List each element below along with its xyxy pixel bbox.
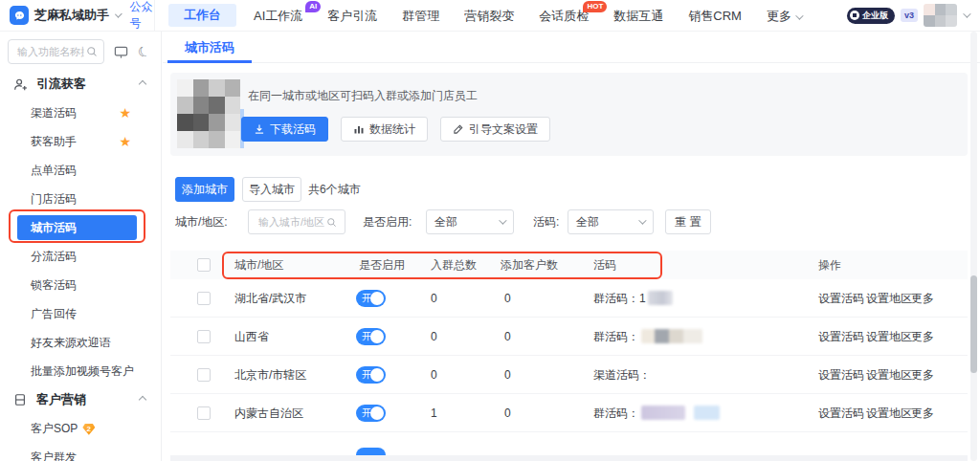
cell-join-total: 1: [431, 394, 437, 432]
set-region-link[interactable]: 设置地区: [866, 356, 912, 394]
table-row: 湖北省/武汉市 开 0 0 群活码：1 设置活码 设置地区 更多: [170, 279, 968, 318]
toggle-knob: [370, 330, 384, 343]
select-all-checkbox[interactable]: [197, 258, 211, 272]
sidebar-item-friend-source-welcome[interactable]: 好友来源欢迎语: [0, 328, 161, 357]
sidebar-search-input[interactable]: [8, 39, 104, 64]
page-tab-city-qrcode[interactable]: 城市活码: [167, 32, 252, 63]
cell-city: 北京市/市辖区: [234, 356, 306, 394]
download-icon: [254, 123, 265, 135]
import-city-button[interactable]: 导入城市: [242, 177, 301, 202]
set-code-link[interactable]: 设置活码: [818, 356, 864, 394]
set-code-link[interactable]: 设置活码: [818, 279, 864, 318]
tab-customer-acquisition[interactable]: 客户引流: [315, 0, 390, 32]
tab-sales-crm[interactable]: 销售CRM: [676, 0, 754, 32]
sidebar-item-customer-sop[interactable]: 客户SOP2: [0, 414, 161, 443]
more-link[interactable]: 更多: [911, 318, 934, 356]
city-filter-input[interactable]: [248, 209, 345, 234]
sidebar-item-ad-callback[interactable]: 广告回传: [0, 299, 161, 328]
sidebar-item-batch-add-video-customers[interactable]: 批量添加视频号客户: [0, 357, 161, 385]
cell-customer-added: 0: [504, 279, 511, 318]
data-statistics-button[interactable]: 数据统计: [341, 117, 428, 142]
download-qrcode-button[interactable]: 下载活码: [241, 117, 328, 142]
cell-code: 群活码：: [593, 394, 720, 432]
toggle-knob: [370, 368, 384, 382]
enable-toggle[interactable]: 开: [356, 290, 386, 307]
app-logo-icon: [10, 6, 29, 25]
set-code-link[interactable]: 设置活码: [818, 394, 864, 432]
search-input[interactable]: [15, 45, 86, 58]
enabled-filter-select[interactable]: 全部: [426, 209, 514, 234]
redacted-code-value: [648, 291, 673, 305]
brand-chevron-down-icon[interactable]: [115, 11, 122, 17]
collapse-chevron-up-icon[interactable]: [139, 396, 146, 404]
search-icon: [86, 46, 98, 57]
more-link[interactable]: 更多: [911, 394, 934, 432]
row-checkbox[interactable]: [197, 292, 211, 305]
code-filter-select[interactable]: 全部: [568, 209, 654, 234]
edition-icon: [850, 11, 859, 20]
sidebar-item-acquisition-assistant[interactable]: 获客助手★: [0, 127, 161, 156]
sidebar-item-store-qrcode[interactable]: 门店活码: [0, 185, 161, 213]
more-link[interactable]: 更多: [911, 356, 934, 394]
set-region-link[interactable]: 设置地区: [866, 318, 912, 356]
col-city: 城市/地区: [234, 251, 283, 279]
tab-group-management[interactable]: 群管理: [390, 0, 452, 32]
tab-session-quality[interactable]: 会话质检HOT: [526, 0, 601, 32]
city-search-input[interactable]: [256, 215, 326, 229]
edition-badge: 企业版: [847, 8, 895, 24]
topbar-right-cluster: 企业版 v3: [847, 4, 980, 27]
star-icon[interactable]: ★: [119, 127, 131, 156]
moon-icon[interactable]: ☾: [136, 43, 152, 59]
search-icon: [326, 217, 337, 228]
account-chevron-down-icon[interactable]: [963, 10, 970, 17]
scrollbar-thumb[interactable]: [970, 275, 977, 373]
tab-workbench[interactable]: 工作台: [168, 4, 236, 27]
sidebar: ☾ 引流获客 渠道活码★ 获客助手★ 点单活码 门店活码 城市活码 分流活码 锁…: [0, 32, 162, 461]
set-code-link[interactable]: 设置活码: [818, 318, 864, 356]
scrollbar-track[interactable]: [970, 32, 977, 461]
sidebar-item-customer-broadcast[interactable]: 客户群发: [0, 443, 161, 461]
tab-more[interactable]: 更多: [754, 0, 813, 32]
calendar-icon: [13, 393, 29, 406]
sidebar-item-city-qrcode[interactable]: 城市活码: [17, 215, 137, 240]
row-checkbox[interactable]: [197, 406, 211, 420]
guide-copy-settings-button[interactable]: 引导文案设置: [440, 117, 550, 142]
enable-toggle[interactable]: 开: [356, 405, 386, 422]
city-filter-label: 城市/地区:: [175, 209, 228, 234]
tab-marketing-fission[interactable]: 营销裂变: [452, 0, 526, 32]
add-city-button[interactable]: 添加城市: [175, 177, 234, 202]
sidebar-group-acquisition[interactable]: 引流获客: [0, 70, 161, 99]
set-region-link[interactable]: 设置地区: [866, 279, 912, 318]
panel-icon[interactable]: [114, 45, 128, 59]
table-row: 山西省 开 0 0 群活码： 设置活码 设置地区 更多: [170, 318, 968, 356]
tab-ai-workflow[interactable]: AI工作流AI: [241, 0, 315, 32]
toggle-knob: [370, 406, 384, 420]
col-actions: 操作: [818, 251, 841, 279]
user-avatar[interactable]: [924, 4, 957, 27]
app-title: 芝麻私域助手: [34, 7, 109, 24]
sidebar-item-order-qrcode[interactable]: 点单活码: [0, 156, 161, 185]
star-icon[interactable]: ★: [119, 99, 131, 127]
sidebar-item-lock-customer-qrcode[interactable]: 锁客活码: [0, 271, 161, 299]
sidebar-item-split-qrcode[interactable]: 分流活码: [0, 242, 161, 271]
row-checkbox[interactable]: [197, 330, 211, 343]
intro-banner: 在同一城市或地区可扫码入群或添加门店员工 下载活码 数据统计 引导文案设置: [170, 73, 968, 156]
reset-button[interactable]: 重 置: [665, 209, 711, 234]
col-customer-added: 添加客户数: [501, 251, 558, 279]
edit-icon: [453, 123, 464, 135]
official-account-link[interactable]: 公众号: [130, 0, 154, 32]
brand-area: 芝麻私域助手 公众号: [0, 0, 155, 31]
sidebar-group-customer-marketing[interactable]: 客户营销: [0, 385, 161, 414]
sidebar-item-channel-qrcode[interactable]: 渠道活码★: [0, 99, 161, 127]
enable-toggle[interactable]: 开: [356, 366, 386, 384]
cell-city: 湖北省/武汉市: [234, 279, 306, 318]
set-region-link[interactable]: 设置地区: [866, 394, 912, 432]
enable-toggle[interactable]: 开: [356, 328, 386, 345]
select-chevron-down-icon: [499, 216, 506, 224]
col-code: 活码: [593, 251, 616, 279]
collapse-chevron-up-icon[interactable]: [139, 80, 146, 88]
tab-data-exchange[interactable]: 数据互通: [601, 0, 676, 32]
more-link[interactable]: 更多: [911, 279, 934, 318]
row-checkbox[interactable]: [197, 368, 211, 382]
cell-city: 内蒙古自治区: [234, 394, 303, 432]
